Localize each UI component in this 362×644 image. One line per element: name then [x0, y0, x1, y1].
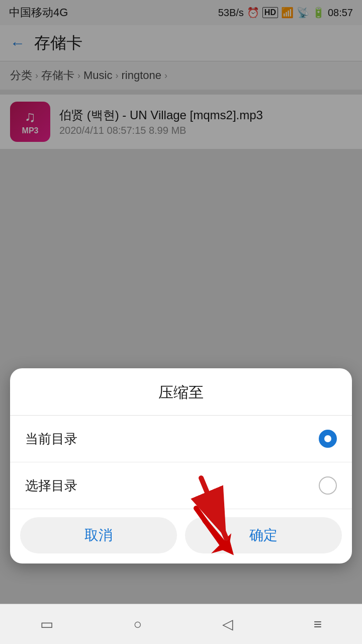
cancel-button[interactable]: 取消: [20, 517, 177, 553]
modal-overlay: 压缩至 当前目录 选择目录 取消 确定: [0, 0, 362, 604]
option-current-dir[interactable]: 当前目录: [10, 416, 352, 462]
option-choose-dir[interactable]: 选择目录: [10, 462, 352, 509]
bottom-nav: ▭ ○ ◁ ≡: [0, 604, 362, 644]
nav-home-icon[interactable]: ○: [134, 616, 142, 632]
compress-dialog: 压缩至 当前目录 选择目录 取消 确定: [10, 368, 352, 564]
dialog-buttons: 取消 确定: [10, 509, 352, 564]
option-current-dir-label: 当前目录: [25, 430, 77, 448]
dialog-title: 压缩至: [10, 368, 352, 416]
radio-selected-icon[interactable]: [319, 430, 337, 448]
option-choose-dir-label: 选择目录: [25, 477, 77, 495]
nav-menu-icon[interactable]: ≡: [314, 616, 322, 632]
confirm-button[interactable]: 确定: [185, 517, 342, 553]
nav-square-icon[interactable]: ▭: [40, 616, 53, 632]
nav-back-icon[interactable]: ◁: [222, 616, 233, 632]
radio-unselected-icon[interactable]: [319, 476, 337, 495]
